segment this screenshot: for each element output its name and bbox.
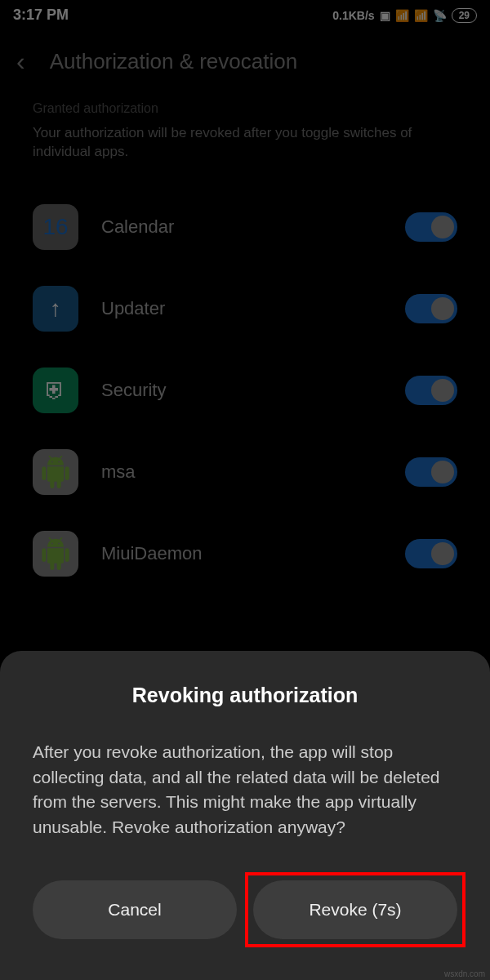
android-icon — [33, 531, 78, 577]
app-row-calendar: 16 Calendar — [24, 186, 466, 268]
toggle-miuidaemon[interactable] — [405, 539, 457, 568]
back-button[interactable]: ‹ — [16, 47, 25, 77]
revoke-button[interactable]: Revoke (7s) — [253, 880, 457, 939]
status-bar: 3:17 PM 0.1KB/s ▣ 📶 📶 📡 29 — [0, 0, 490, 30]
dialog-body: After you revoke authorization, the app … — [33, 740, 457, 840]
wifi-icon: 📡 — [433, 9, 447, 22]
page-header: ‹ Authorization & revocation — [0, 30, 490, 101]
cancel-button[interactable]: Cancel — [33, 880, 237, 939]
signal-icon: 📶 — [395, 9, 409, 22]
status-right: 0.1KB/s ▣ 📶 📶 📡 29 — [332, 8, 477, 23]
app-list: 16 Calendar ↑ Updater ⛨ Security msa Miu… — [0, 178, 490, 595]
section-label: Granted authorization — [0, 101, 490, 124]
data-rate: 0.1KB/s — [332, 9, 374, 22]
battery-indicator: 29 — [452, 8, 477, 23]
signal-icon-2: 📶 — [414, 9, 428, 22]
calendar-icon: 16 — [33, 204, 78, 250]
volte-icon: ▣ — [380, 9, 390, 22]
app-row-miuidaemon: MiuiDaemon — [24, 513, 466, 595]
revoke-dialog: Revoking authorization After you revoke … — [0, 651, 490, 980]
app-name: msa — [101, 461, 382, 483]
app-row-updater: ↑ Updater — [24, 268, 466, 350]
status-time: 3:17 PM — [13, 7, 69, 24]
toggle-calendar[interactable] — [405, 212, 457, 242]
app-name: Security — [101, 380, 382, 401]
android-icon — [33, 449, 78, 495]
app-row-msa: msa — [24, 431, 466, 513]
updater-icon: ↑ — [33, 286, 78, 332]
toggle-updater[interactable] — [405, 294, 457, 323]
highlight-box: Revoke (7s) — [245, 872, 466, 947]
app-row-security: ⛨ Security — [24, 350, 466, 431]
security-icon: ⛨ — [33, 368, 78, 413]
dialog-title: Revoking authorization — [33, 684, 457, 707]
app-name: Updater — [101, 298, 382, 319]
app-name: Calendar — [101, 216, 382, 238]
page-title: Authorization & revocation — [50, 49, 298, 74]
app-name: MiuiDaemon — [101, 543, 382, 564]
section-description: Your authorization will be revoked after… — [0, 124, 490, 178]
watermark: wsxdn.com — [444, 969, 485, 978]
dialog-actions: Cancel Revoke (7s) — [33, 880, 457, 939]
toggle-msa[interactable] — [405, 457, 457, 487]
toggle-security[interactable] — [405, 376, 457, 405]
